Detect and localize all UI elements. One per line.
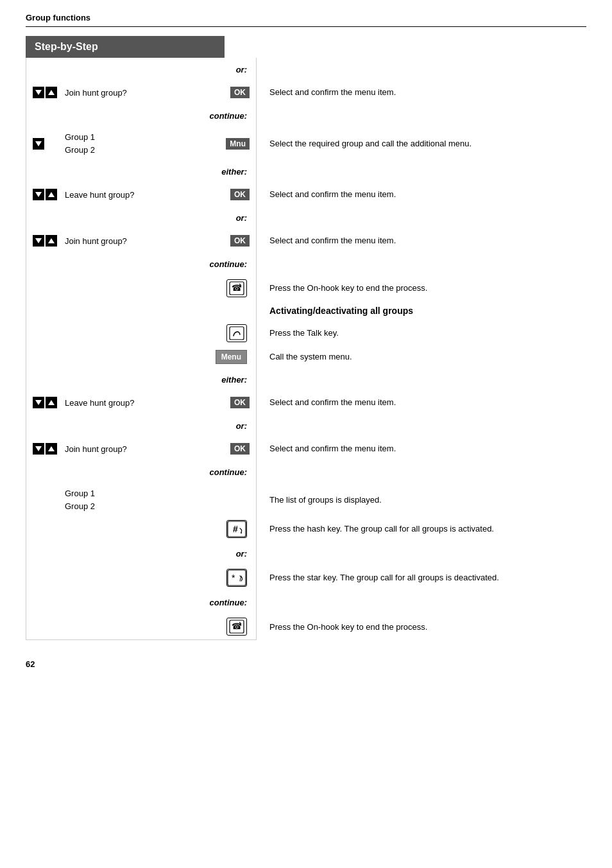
step-row-8: continue: xyxy=(26,252,586,275)
action-label: Join hunt group? xyxy=(61,236,230,246)
group-action-description: Select the required group and call the a… xyxy=(269,137,472,150)
action-description: Select and confirm the menu item. xyxy=(269,396,396,409)
step-label: continue: xyxy=(26,252,256,275)
step-label: or: xyxy=(26,542,256,565)
step-row-21: * Press the star key. The group call for… xyxy=(26,565,586,591)
mnu-button[interactable]: Mnu xyxy=(226,138,250,150)
action-label: Leave hunt group? xyxy=(61,190,230,200)
star-description: Press the star key. The group call for a… xyxy=(269,571,499,584)
arrow-down-icon xyxy=(33,138,44,150)
talk-key-icon xyxy=(226,324,247,342)
step-row-3: Group 1Group 2MnuSelect the required gro… xyxy=(26,127,586,160)
step-row-11: Press the Talk key. xyxy=(26,320,586,346)
step-row-20: or: xyxy=(26,542,586,565)
svg-point-6 xyxy=(241,532,242,534)
action-row: Join hunt group?OK xyxy=(26,437,256,460)
action-row: Leave hunt group?OK xyxy=(26,391,256,414)
svg-text:#: # xyxy=(233,524,238,534)
group-action-row: Group 1Group 2Mnu xyxy=(26,127,256,160)
ok-button[interactable]: OK xyxy=(230,87,250,98)
action-description: Select and confirm the menu item. xyxy=(269,86,396,99)
action-description: Select and confirm the menu item. xyxy=(269,442,396,455)
action-description: Select and confirm the menu item. xyxy=(269,188,396,201)
step-label: or: xyxy=(26,206,256,229)
talk-description: Press the Talk key. xyxy=(269,327,339,340)
page-header: Group functions xyxy=(26,13,586,22)
action-label: Join hunt group? xyxy=(61,444,230,454)
arrow-down-icon xyxy=(33,443,44,455)
step-label: or: xyxy=(26,414,256,437)
arrow-down-icon xyxy=(33,87,44,98)
step-row-5: Leave hunt group?OKSelect and confirm th… xyxy=(26,183,586,206)
step-label: or: xyxy=(26,58,256,81)
action-row: Join hunt group?OK xyxy=(26,81,256,104)
on-hook-icon: ☎ xyxy=(226,618,247,636)
phone-description: Press the On-hook key to end the process… xyxy=(269,621,427,634)
phone-description: Press the On-hook key to end the process… xyxy=(269,282,427,295)
step-row-14: Leave hunt group?OKSelect and confirm th… xyxy=(26,391,586,414)
menu-button[interactable]: Menu xyxy=(216,350,247,364)
hash-description: Press the hash key. The group call for a… xyxy=(269,523,494,535)
page-number: 62 xyxy=(26,659,586,669)
action-label: Join hunt group? xyxy=(61,88,230,98)
step-label: continue: xyxy=(26,591,256,614)
step-row-7: Join hunt group?OKSelect and confirm the… xyxy=(26,229,586,252)
step-row-6: or: xyxy=(26,206,586,229)
section-heading: Activating/deactivating all groups xyxy=(269,304,413,318)
svg-rect-3 xyxy=(230,327,244,340)
step-label: continue: xyxy=(26,104,256,127)
talk-icon-row xyxy=(26,320,256,346)
on-hook-icon-row: ☎ xyxy=(26,275,256,301)
step-row-19: # Press the hash key. The group call for… xyxy=(26,516,586,542)
group-list-description: The list of groups is displayed. xyxy=(269,494,382,507)
svg-text:*: * xyxy=(232,573,235,583)
step-by-step-box: Step-by-Step xyxy=(26,36,225,58)
ok-button[interactable]: OK xyxy=(230,443,250,455)
ok-button[interactable]: OK xyxy=(230,189,250,200)
step-row-23: ☎ Press the On-hook key to end the proce… xyxy=(26,614,586,640)
action-label: Leave hunt group? xyxy=(61,398,230,408)
star-icon-row: * xyxy=(26,565,256,591)
step-label: either: xyxy=(26,368,256,391)
arrow-up-icon xyxy=(46,189,57,200)
group-list-row: Group 1Group 2 xyxy=(26,483,256,516)
step-row-1: Join hunt group?OKSelect and confirm the… xyxy=(26,81,586,104)
arrow-up-icon xyxy=(46,235,57,247)
step-row-18: Group 1Group 2The list of groups is disp… xyxy=(26,483,586,516)
step-row-2: continue: xyxy=(26,104,586,127)
on-hook-icon-row: ☎ xyxy=(26,614,256,639)
menu-description: Call the system menu. xyxy=(269,351,352,363)
star-key-icon: * xyxy=(226,569,247,587)
action-row: Join hunt group?OK xyxy=(26,229,256,252)
arrow-up-icon xyxy=(46,87,57,98)
group-list-display: Group 1Group 2 xyxy=(65,487,95,512)
arrow-down-icon xyxy=(33,189,44,200)
group-list: Group 1Group 2 xyxy=(61,131,226,156)
step-row-0: or: xyxy=(26,58,586,81)
step-row-9: ☎ Press the On-hook key to end the proce… xyxy=(26,275,586,301)
step-label: either: xyxy=(26,160,256,183)
action-row: Leave hunt group?OK xyxy=(26,183,256,206)
arrow-up-icon xyxy=(46,443,57,455)
ok-button[interactable]: OK xyxy=(230,397,250,408)
arrow-up-icon xyxy=(46,397,57,408)
action-description: Select and confirm the menu item. xyxy=(269,234,396,247)
step-label: continue: xyxy=(26,460,256,483)
step-row-16: Join hunt group?OKSelect and confirm the… xyxy=(26,437,586,460)
step-row-17: continue: xyxy=(26,460,586,483)
ok-button[interactable]: OK xyxy=(230,235,250,247)
on-hook-icon: ☎ xyxy=(226,279,247,297)
header-rule xyxy=(26,26,586,27)
menu-button-row: Menu xyxy=(26,346,256,368)
step-row-10: Activating/deactivating all groups xyxy=(26,301,586,320)
step-row-15: or: xyxy=(26,414,586,437)
step-row-4: either: xyxy=(26,160,586,183)
step-row-12: MenuCall the system menu. xyxy=(26,346,586,368)
arrow-down-icon xyxy=(33,235,44,247)
hash-key-icon: # xyxy=(226,520,247,538)
step-row-22: continue: xyxy=(26,591,586,614)
step-row-13: either: xyxy=(26,368,586,391)
arrow-down-icon xyxy=(33,397,44,408)
svg-rect-7 xyxy=(228,570,246,586)
hash-icon-row: # xyxy=(26,516,256,542)
